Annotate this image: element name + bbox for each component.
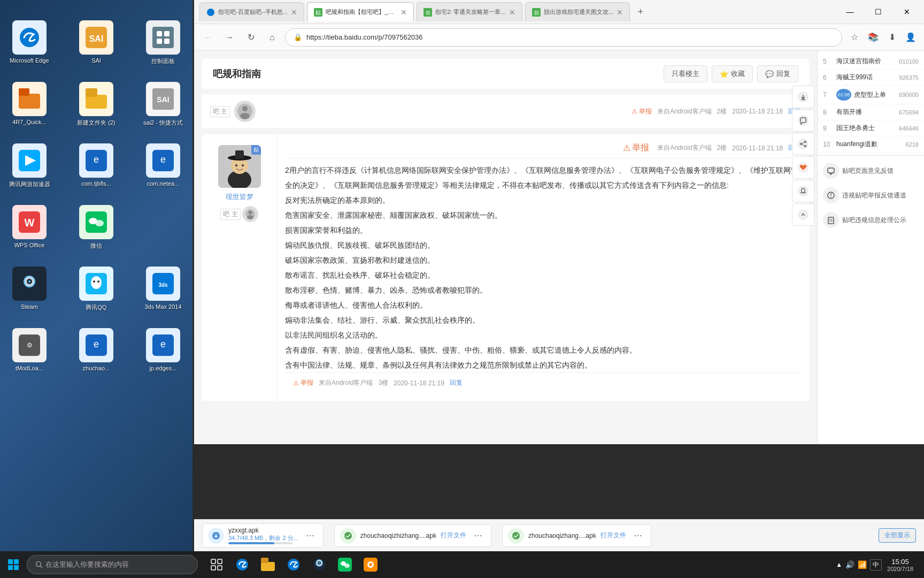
icon-zhuchao[interactable]: e zhuchao...	[67, 324, 126, 376]
icon-tmodloader[interactable]: ⚙ tModLoa...	[0, 324, 59, 376]
svg-point-49	[242, 106, 248, 111]
icon-sai[interactable]: SAI SAI	[67, 16, 126, 70]
icon-wps[interactable]: W WPS Office	[0, 201, 59, 254]
icon-3dsmax[interactable]: 3ds 3ds Max 2014	[134, 262, 192, 316]
taskbar-browser[interactable]	[283, 554, 304, 575]
sidebar-rank-10: 10 huanfengi道歉 6218	[818, 136, 924, 153]
taskbar-steam[interactable]	[309, 554, 330, 575]
icon-project[interactable]: 4R7_Quick...	[0, 78, 59, 131]
home-button[interactable]: ⌂	[264, 29, 281, 46]
reply-button[interactable]: 💬 回复	[757, 65, 798, 82]
svg-rect-3	[152, 27, 174, 48]
tray-speaker[interactable]: 🔊	[845, 560, 854, 569]
report-icon	[823, 187, 839, 203]
download-item-3: zhouchaoqizhang....apk 打开文件 ⋯	[502, 524, 651, 547]
profile-icon[interactable]: 👤	[903, 29, 919, 45]
post-2-reply-bottom[interactable]: 回复	[450, 378, 463, 387]
svg-rect-95	[218, 566, 222, 570]
icon-steam[interactable]: Steam	[0, 262, 59, 316]
taskbar-wechat[interactable]	[334, 554, 356, 575]
icon-wechat[interactable]: 微信	[67, 201, 126, 254]
url-bar[interactable]: 🔒 https://tieba.baidu.com/p/7097562036	[285, 28, 842, 47]
forward-button[interactable]: →	[221, 29, 238, 46]
sidebar-rank-9: 9 国王绝杀勇士 646646	[818, 120, 924, 136]
icon-com-tjbfls[interactable]: e com.tjbfls...	[67, 139, 126, 193]
rank-9-name[interactable]: 国王绝杀勇士	[836, 124, 896, 133]
dl-more-3[interactable]: ⋯	[630, 529, 645, 542]
rank-8-name[interactable]: 有翡开播	[836, 108, 896, 117]
svg-rect-55	[235, 150, 244, 159]
icon-tencent-accel[interactable]: 腾讯网游加速器	[0, 139, 59, 193]
new-tab-button[interactable]: +	[633, 4, 649, 20]
svg-text:贴: 贴	[315, 10, 321, 16]
icon-edge[interactable]: Microsoft Edge	[0, 16, 59, 70]
tray-network[interactable]: 📶	[858, 560, 867, 569]
rank-7-name[interactable]: 虎型型上单	[854, 90, 896, 100]
tab-4[interactable]: 脱 脱出游戏怨宅通关图文攻... ✕	[525, 2, 630, 21]
lock-icon: 🔒	[294, 33, 302, 41]
tray-lang[interactable]: 中	[870, 559, 882, 571]
sidebar-feedback[interactable]: 贴吧页面意见反馈	[818, 158, 924, 183]
taskbar-edge[interactable]	[232, 554, 253, 575]
post-1-report[interactable]: ⚠ 举报	[632, 107, 652, 116]
post-1-avatar	[234, 101, 256, 122]
rank-10-name[interactable]: huanfengi道歉	[836, 140, 903, 149]
post-2-report[interactable]: ⚠ 举报	[623, 142, 649, 154]
tab-3-label: 怨宅2: 零通关攻略第一章...	[435, 8, 505, 16]
rank-6-name[interactable]: 海贼王999话	[836, 73, 896, 82]
dl-more-2[interactable]: ⋯	[471, 529, 486, 542]
title-bar: 怨宅吧-百度贴吧--手机怒... ✕ 贴 吧规和指南【怨宅吧】_贴... ✕ 怨…	[194, 0, 924, 24]
collect-button[interactable]: ⭐ 收藏	[712, 65, 753, 82]
sidebar-report[interactable]: 违规贴吧举报反馈通道	[818, 183, 924, 208]
minimize-button[interactable]: —	[838, 4, 862, 20]
close-button[interactable]: ✕	[895, 4, 919, 20]
taskbar-extra[interactable]	[360, 554, 381, 575]
post-line-5: 煽动民族仇恨、民族歧视、破坏民族团结的。	[285, 238, 801, 253]
show-all-button[interactable]: 全部显示	[879, 528, 916, 543]
maximize-button[interactable]: ☐	[866, 4, 890, 20]
right-sidebar: 5 海汉迷宫指南价 010100 6 海贼王999话 926375 7 01:0…	[817, 51, 924, 444]
svg-point-106	[344, 564, 350, 568]
tab-1-close[interactable]: ✕	[291, 8, 297, 17]
taskbar-search[interactable]: 在这里输入你要搜索的内容	[27, 555, 198, 574]
rank-5-name[interactable]: 海汉迷宫指南价	[836, 57, 896, 66]
tab-3[interactable]: 怨 怨宅2: 零通关攻略第一章... ✕	[417, 2, 522, 21]
tab-1[interactable]: 怨宅吧-百度贴吧--手机怒... ✕	[199, 2, 304, 21]
sidebar-rank-7: 7 01:08 虎型型上单 690600	[818, 86, 924, 104]
icon-control-panel[interactable]: 控制面板	[134, 16, 192, 70]
icon-com-netea[interactable]: e com.netea...	[134, 139, 192, 193]
svg-point-103	[319, 562, 320, 564]
task-view-button[interactable]	[206, 554, 227, 575]
sidebar-info[interactable]: 贴吧违规信息处理公示	[818, 208, 924, 232]
icon-new-folder[interactable]: 新建文件夹 (2)	[67, 78, 126, 131]
favorites-icon[interactable]: ☆	[846, 29, 863, 45]
tab-2-close[interactable]: ✕	[401, 8, 407, 17]
post-2-username[interactable]: 现世皆梦	[226, 192, 253, 202]
svg-rect-88	[8, 565, 13, 570]
taskbar-clock[interactable]: 15:05 2020/7/18	[887, 558, 913, 572]
tab-3-close[interactable]: ✕	[509, 8, 515, 17]
svg-line-91	[41, 566, 43, 568]
icon-sai2[interactable]: SAI sai2 - 快捷方式	[134, 78, 192, 131]
taskbar-file-manager[interactable]	[257, 554, 279, 575]
start-button[interactable]	[3, 554, 24, 575]
svg-rect-93	[218, 559, 222, 564]
icon-qq[interactable]: 腾讯QQ	[67, 262, 126, 316]
only-author-button[interactable]: 只看楼主	[664, 65, 707, 82]
dl-more-1[interactable]: ⋯	[303, 529, 318, 542]
tab-2[interactable]: 贴 吧规和指南【怨宅吧】_贴... ✕	[307, 2, 414, 21]
tab-4-close[interactable]: ✕	[617, 8, 623, 17]
downloads-icon[interactable]: ⬇	[884, 29, 900, 45]
icon-jpedges2[interactable]: e jp.edges...	[134, 324, 192, 376]
rank-7-num: 7	[823, 91, 834, 98]
post-2-report-bottom[interactable]: ⚠ 举报	[293, 378, 313, 387]
icon-control-label: 控制面板	[151, 57, 175, 65]
dl-open-2[interactable]: 打开文件	[441, 531, 466, 540]
back-button[interactable]: ←	[199, 29, 217, 46]
tray-up-arrow[interactable]: ▲	[836, 561, 842, 568]
dl-open-3[interactable]: 打开文件	[600, 531, 626, 540]
refresh-button[interactable]: ↻	[242, 29, 259, 46]
post-2-avatar: 贴	[218, 145, 261, 188]
svg-rect-94	[211, 566, 215, 570]
collections-icon[interactable]: 📚	[865, 29, 881, 45]
